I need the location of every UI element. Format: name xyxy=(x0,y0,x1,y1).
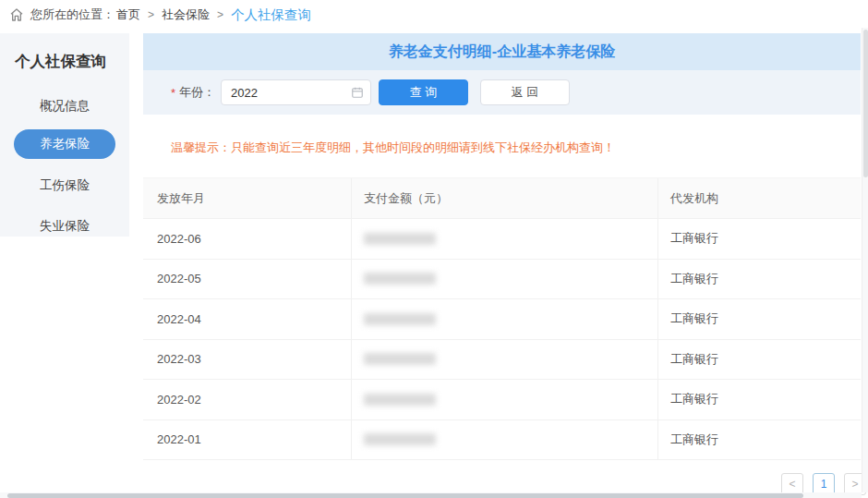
header-month: 发放年月 xyxy=(143,178,351,218)
query-button[interactable]: 查 询 xyxy=(379,79,468,105)
breadcrumb-separator: > xyxy=(148,8,154,21)
sidebar-title: 个人社保查询 xyxy=(0,33,129,72)
horizontal-scrollbar[interactable] xyxy=(0,492,862,498)
notice-text: 温馨提示：只能查询近三年度明细，其他时间段的明细请到线下社保经办机构查询！ xyxy=(143,140,861,156)
sidebar: 个人社保查询 概况信息 养老保险 工伤保险 失业保险 xyxy=(0,33,129,237)
breadcrumb: 您所在的位置： 首页 > 社会保险 > 个人社保查询 xyxy=(0,0,868,30)
calendar-icon[interactable] xyxy=(351,86,364,103)
redacted-amount xyxy=(364,394,436,406)
table-header-row: 发放年月 支付金额（元） 代发机构 xyxy=(143,178,861,219)
table-row: 2022-05 工商银行 xyxy=(143,260,861,300)
query-form: * 年份： 查 询 返 回 xyxy=(143,70,861,115)
sidebar-item-work-injury[interactable]: 工伤保险 xyxy=(0,172,129,200)
cell-month: 2022-01 xyxy=(143,420,351,460)
cell-amount-redacted xyxy=(351,380,657,419)
table-row: 2022-06 工商银行 xyxy=(143,219,861,260)
year-input[interactable] xyxy=(221,79,371,105)
cell-bank: 工商银行 xyxy=(657,340,861,380)
cell-bank: 工商银行 xyxy=(657,420,861,460)
header-bank: 代发机构 xyxy=(657,178,861,218)
table-row: 2022-04 工商银行 xyxy=(143,299,861,340)
year-field-wrap xyxy=(221,79,371,105)
required-mark: * xyxy=(171,86,175,100)
cell-bank: 工商银行 xyxy=(657,380,861,419)
cell-amount-redacted xyxy=(351,219,657,259)
cell-month: 2022-03 xyxy=(143,340,351,380)
breadcrumb-location-label: 您所在的位置： xyxy=(30,6,115,23)
main-content: 养老金支付明细-企业基本养老保险 * 年份： 查 询 返 回 温馨提示：只能查询… xyxy=(143,33,861,460)
table-row: 2022-03 工商银行 xyxy=(143,340,861,381)
redacted-amount xyxy=(364,433,436,445)
cell-bank: 工商银行 xyxy=(657,219,861,259)
table-row: 2022-02 工商银行 xyxy=(143,380,861,420)
table-row: 2022-01 工商银行 xyxy=(143,420,861,461)
payment-table: 发放年月 支付金额（元） 代发机构 2022-06 工商银行 2022-05 工… xyxy=(143,177,861,460)
vertical-scrollbar[interactable] xyxy=(862,28,868,492)
sidebar-item-overview[interactable]: 概况信息 xyxy=(0,92,129,120)
breadcrumb-item-social-insurance[interactable]: 社会保险 xyxy=(162,6,210,23)
year-label: 年份： xyxy=(179,84,215,101)
sidebar-item-pension-active[interactable]: 养老保险 xyxy=(14,129,115,159)
breadcrumb-item-current: 个人社保查询 xyxy=(231,6,311,24)
horizontal-scrollbar-thumb[interactable] xyxy=(7,493,803,498)
cell-month: 2022-02 xyxy=(143,380,351,419)
redacted-amount xyxy=(364,273,436,285)
cell-month: 2022-06 xyxy=(143,219,351,259)
cell-amount-redacted xyxy=(351,260,657,299)
back-button[interactable]: 返 回 xyxy=(480,79,570,105)
breadcrumb-item-home[interactable]: 首页 xyxy=(116,6,140,23)
header-amount: 支付金额（元） xyxy=(351,178,657,218)
cell-amount-redacted xyxy=(351,420,657,460)
sidebar-menu: 概况信息 养老保险 工伤保险 失业保险 xyxy=(0,92,129,240)
vertical-scrollbar-thumb[interactable] xyxy=(863,30,868,177)
page-title: 养老金支付明细-企业基本养老保险 xyxy=(143,33,861,70)
redacted-amount xyxy=(364,353,436,365)
cell-month: 2022-04 xyxy=(143,299,351,339)
redacted-amount xyxy=(364,233,436,245)
cell-month: 2022-05 xyxy=(143,260,351,299)
redacted-amount xyxy=(364,313,436,325)
page: 您所在的位置： 首页 > 社会保险 > 个人社保查询 个人社保查询 概况信息 养… xyxy=(0,0,868,498)
cell-amount-redacted xyxy=(351,299,657,339)
breadcrumb-separator: > xyxy=(217,8,223,21)
cell-amount-redacted xyxy=(351,340,657,380)
sidebar-item-unemployment[interactable]: 失业保险 xyxy=(0,213,129,240)
cell-bank: 工商银行 xyxy=(657,299,861,339)
cell-bank: 工商银行 xyxy=(657,260,861,299)
home-icon xyxy=(9,7,24,22)
